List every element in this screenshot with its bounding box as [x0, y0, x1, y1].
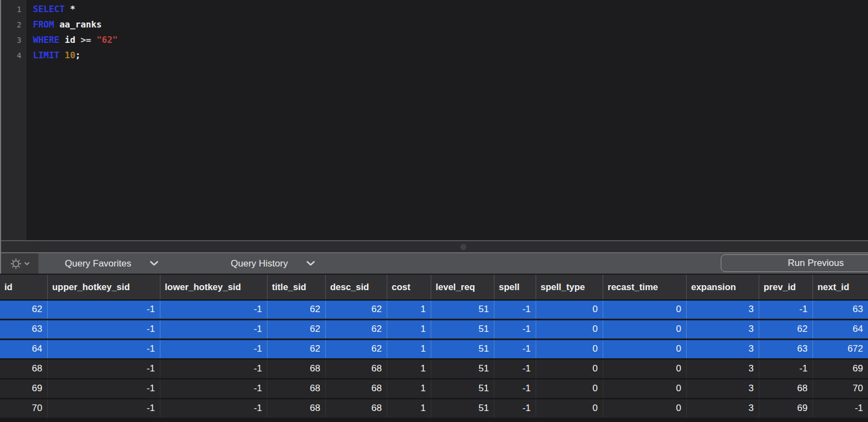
table-cell[interactable]: 62 — [325, 340, 387, 358]
table-cell[interactable]: 64 — [813, 320, 868, 338]
table-cell[interactable]: 62 — [267, 340, 325, 358]
table-cell[interactable]: 0 — [536, 320, 603, 338]
table-cell[interactable]: -1 — [160, 360, 267, 378]
table-cell[interactable]: -1 — [759, 360, 813, 378]
table-cell[interactable]: -1 — [47, 340, 160, 358]
table-cell[interactable]: -1 — [494, 340, 536, 358]
table-cell[interactable]: 1 — [387, 340, 431, 358]
table-cell[interactable]: 0 — [603, 320, 686, 338]
column-header-title_sid[interactable]: title_sid — [267, 275, 325, 299]
pane-splitter[interactable] — [0, 241, 868, 252]
table-cell[interactable]: 3 — [686, 360, 759, 378]
table-cell[interactable]: 51 — [431, 380, 494, 398]
table-cell[interactable]: 68 — [267, 399, 325, 418]
column-header-level_req[interactable]: level_req — [431, 275, 494, 299]
table-cell[interactable]: 70 — [813, 380, 868, 398]
table-cell[interactable]: 0 — [536, 380, 603, 398]
table-cell[interactable]: 51 — [431, 301, 494, 319]
column-header-cost[interactable]: cost — [387, 275, 431, 299]
table-cell[interactable]: 68 — [325, 380, 387, 398]
table-cell[interactable]: 1 — [387, 301, 431, 319]
column-header-desc_sid[interactable]: desc_sid — [325, 275, 387, 299]
table-cell[interactable]: 62 — [267, 320, 325, 338]
table-row[interactable]: 62-1-16262151-1003-163 — [0, 301, 868, 319]
table-cell[interactable]: -1 — [160, 340, 267, 358]
table-cell[interactable]: -1 — [47, 301, 160, 319]
table-cell[interactable]: -1 — [47, 320, 160, 338]
table-cell[interactable]: 63 — [759, 340, 813, 358]
table-cell[interactable]: 62 — [325, 301, 387, 319]
table-cell[interactable]: 51 — [431, 399, 494, 418]
table-cell[interactable]: -1 — [160, 320, 267, 338]
table-cell[interactable]: 1 — [387, 360, 431, 378]
query-favorites-button[interactable]: Query Favorites — [65, 253, 158, 274]
query-history-button[interactable]: Query History — [231, 253, 315, 274]
table-cell[interactable]: 1 — [387, 399, 431, 418]
table-cell[interactable]: 0 — [603, 399, 686, 418]
splitter-handle[interactable] — [460, 244, 466, 250]
column-header-recast_time[interactable]: recast_time — [603, 275, 686, 299]
table-cell[interactable]: 68 — [325, 360, 387, 378]
table-cell[interactable]: 63 — [813, 301, 868, 319]
column-header-spell[interactable]: spell — [494, 275, 536, 299]
table-cell[interactable]: 0 — [536, 340, 603, 358]
table-cell[interactable]: -1 — [494, 301, 536, 319]
table-cell[interactable]: 70 — [0, 399, 47, 418]
table-cell[interactable]: 0 — [603, 380, 686, 398]
table-cell[interactable]: 51 — [431, 360, 494, 378]
column-header-id[interactable]: id — [0, 275, 47, 299]
table-cell[interactable]: 0 — [603, 340, 686, 358]
table-cell[interactable]: 69 — [813, 360, 868, 378]
table-cell[interactable]: 1 — [387, 320, 431, 338]
table-cell[interactable]: 63 — [0, 320, 47, 338]
table-cell[interactable]: 3 — [686, 340, 759, 358]
table-cell[interactable]: 69 — [759, 399, 813, 418]
table-row[interactable]: 69-1-16868151-10036870 — [0, 380, 868, 398]
table-cell[interactable]: 1 — [387, 380, 431, 398]
table-cell[interactable]: 68 — [325, 399, 387, 418]
table-cell[interactable]: -1 — [160, 399, 267, 418]
gear-menu-button[interactable] — [1, 253, 38, 274]
table-cell[interactable]: 68 — [267, 380, 325, 398]
table-cell[interactable]: -1 — [494, 399, 536, 418]
table-cell[interactable]: 64 — [0, 340, 47, 358]
table-cell[interactable]: 3 — [686, 380, 759, 398]
table-cell[interactable]: -1 — [494, 380, 536, 398]
table-cell[interactable]: 69 — [0, 380, 47, 398]
table-cell[interactable]: -1 — [160, 301, 267, 319]
table-cell[interactable]: 0 — [536, 301, 603, 319]
table-row[interactable]: 63-1-16262151-10036264 — [0, 320, 868, 338]
column-header-lower_hotkey_sid[interactable]: lower_hotkey_sid — [160, 275, 267, 299]
table-cell[interactable]: 3 — [686, 320, 759, 338]
table-cell[interactable]: 68 — [267, 360, 325, 378]
table-cell[interactable]: 62 — [325, 320, 387, 338]
sql-code-area[interactable]: SELECT *FROM aa_ranksWHERE id >= "62"LIM… — [26, 0, 868, 240]
table-cell[interactable]: 68 — [759, 380, 813, 398]
table-cell[interactable]: -1 — [47, 399, 160, 418]
table-cell[interactable]: 51 — [431, 340, 494, 358]
table-cell[interactable]: 0 — [536, 399, 603, 418]
table-cell[interactable]: 62 — [267, 301, 325, 319]
table-cell[interactable]: 3 — [686, 301, 759, 319]
table-cell[interactable]: -1 — [47, 380, 160, 398]
table-cell[interactable]: -1 — [494, 360, 536, 378]
column-header-next_id[interactable]: next_id — [813, 275, 868, 299]
column-header-upper_hotkey_sid[interactable]: upper_hotkey_sid — [47, 275, 160, 299]
table-cell[interactable]: 672 — [813, 340, 868, 358]
table-row[interactable]: 68-1-16868151-1003-169 — [0, 360, 868, 378]
table-cell[interactable]: 0 — [603, 301, 686, 319]
table-cell[interactable]: 68 — [0, 360, 47, 378]
table-cell[interactable]: -1 — [759, 301, 813, 319]
column-header-spell_type[interactable]: spell_type — [536, 275, 603, 299]
table-cell[interactable]: 62 — [759, 320, 813, 338]
table-cell[interactable]: -1 — [160, 380, 267, 398]
table-cell[interactable]: 62 — [0, 301, 47, 319]
sql-editor-pane[interactable]: 1234 SELECT *FROM aa_ranksWHERE id >= "6… — [0, 0, 868, 240]
table-row[interactable]: 64-1-16262151-100363672 — [0, 340, 868, 358]
table-cell[interactable]: -1 — [494, 320, 536, 338]
table-cell[interactable]: 3 — [686, 399, 759, 418]
table-cell[interactable]: -1 — [47, 360, 160, 378]
table-row[interactable]: 70-1-16868151-100369-1 — [0, 399, 868, 418]
column-header-expansion[interactable]: expansion — [686, 275, 759, 299]
table-cell[interactable]: 51 — [431, 320, 494, 338]
